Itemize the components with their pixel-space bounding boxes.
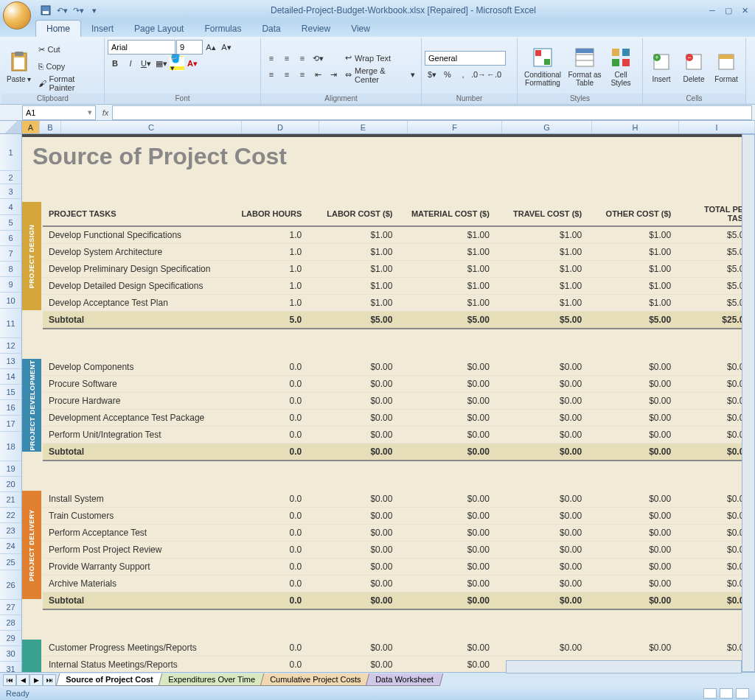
table-row[interactable]: Perform Acceptance Test0.0$0.00$0.00$0.0… (43, 525, 755, 542)
table-row[interactable]: Develop Acceptance Test Plan1.0$1.00$1.0… (43, 295, 755, 312)
value-cell[interactable]: $0.00 (588, 542, 677, 559)
row-header-25[interactable]: 25 (0, 554, 21, 570)
value-cell[interactable]: 0.0 (229, 575, 308, 592)
value-cell[interactable]: $0.00 (307, 525, 398, 542)
value-cell[interactable]: $0.00 (495, 491, 588, 508)
column-header-B[interactable]: B (40, 121, 61, 133)
value-cell[interactable]: $0.00 (495, 525, 588, 542)
value-cell[interactable]: $1.00 (495, 261, 588, 278)
sheet-tab-3[interactable]: Data Worksheet (366, 673, 443, 686)
column-header-G[interactable]: G (502, 121, 592, 133)
value-cell[interactable]: $1.00 (307, 295, 398, 312)
value-cell[interactable]: $0.00 (588, 559, 677, 575)
format-as-table-button[interactable]: Format as Table (566, 40, 603, 93)
minimize-icon[interactable]: ─ (705, 3, 720, 18)
underline-button[interactable]: U▾ (139, 56, 153, 71)
value-cell[interactable]: $0.00 (588, 575, 677, 592)
value-cell[interactable]: $1.00 (398, 261, 495, 278)
wrap-text-button[interactable]: ↩Wrap Text (342, 50, 418, 66)
task-cell[interactable]: Perform Post Project Review (43, 542, 229, 559)
value-cell[interactable]: 0.0 (229, 559, 308, 575)
align-left-icon[interactable]: ≡ (264, 67, 279, 82)
border-button[interactable]: ▦▾ (154, 56, 169, 71)
value-cell[interactable]: 0.0 (229, 508, 308, 525)
task-cell[interactable]: Develop System Architecture (43, 244, 229, 261)
value-cell[interactable]: 1.0 (229, 226, 308, 244)
view-break-icon[interactable] (736, 688, 749, 699)
italic-button[interactable]: I (123, 56, 138, 71)
value-cell[interactable]: $0.00 (398, 525, 495, 542)
task-cell[interactable]: Development Acceptance Test Package (43, 410, 229, 427)
maximize-icon[interactable]: ▢ (721, 3, 736, 18)
value-cell[interactable]: $1.00 (307, 261, 398, 278)
row-header-8[interactable]: 8 (0, 262, 21, 277)
value-cell[interactable]: 1.0 (229, 278, 308, 295)
table-row[interactable]: Train Customers0.0$0.00$0.00$0.00$0.00$0… (43, 508, 755, 525)
table-header[interactable]: LABOR COST ($) (307, 202, 398, 226)
format-painter-button[interactable]: 🖌Format Painter (35, 75, 101, 91)
value-cell[interactable]: $0.00 (398, 508, 495, 525)
value-cell[interactable]: $0.00 (588, 393, 677, 410)
value-cell[interactable]: $1.00 (307, 278, 398, 295)
sheet-tab-0[interactable]: Source of Project Cost (56, 673, 163, 686)
value-cell[interactable]: $0.00 (398, 427, 495, 444)
value-cell[interactable]: $0.00 (588, 525, 677, 542)
vertical-scrollbar[interactable] (742, 134, 755, 672)
view-normal-icon[interactable] (703, 688, 717, 699)
value-cell[interactable]: $0.00 (495, 542, 588, 559)
cut-button[interactable]: ✂Cut (35, 41, 101, 57)
value-cell[interactable]: $0.00 (398, 640, 495, 657)
row-header-21[interactable]: 21 (0, 492, 21, 508)
subtotal-row[interactable]: Subtotal5.0$5.00$5.00$5.00$5.00$25.00 (43, 312, 755, 329)
value-cell[interactable]: $0.00 (398, 542, 495, 559)
value-cell[interactable]: $0.00 (307, 393, 398, 410)
task-cell[interactable]: Develop Acceptance Test Plan (43, 295, 229, 312)
row-header-23[interactable]: 23 (0, 523, 21, 539)
row-header-27[interactable]: 27 (0, 600, 21, 615)
table-row[interactable]: Develop Components0.0$0.00$0.00$0.00$0.0… (43, 359, 755, 376)
value-cell[interactable]: $1.00 (495, 226, 588, 244)
value-cell[interactable]: $0.00 (398, 491, 495, 508)
tab-nav-last-icon[interactable]: ⏭ (43, 674, 56, 686)
sheet-tab-2[interactable]: Cumulative Project Costs (260, 673, 370, 686)
delete-cells-button[interactable]: −Delete (678, 40, 709, 93)
value-cell[interactable]: $1.00 (398, 244, 495, 261)
row-header-14[interactable]: 14 (0, 369, 21, 385)
row-header-16[interactable]: 16 (0, 400, 21, 416)
qat-redo-icon[interactable]: ↷▾ (71, 3, 86, 18)
value-cell[interactable]: $0.00 (588, 410, 677, 427)
table-row[interactable]: Perform Unit/Integration Test0.0$0.00$0.… (43, 427, 755, 444)
value-cell[interactable]: $0.00 (398, 657, 495, 673)
column-header-I[interactable]: I (679, 121, 755, 133)
value-cell[interactable]: $0.00 (495, 376, 588, 393)
row-header-20[interactable]: 20 (0, 477, 21, 492)
value-cell[interactable]: 1.0 (229, 295, 308, 312)
font-name-input[interactable] (108, 40, 175, 55)
task-cell[interactable]: Procure Software (43, 376, 229, 393)
align-top-icon[interactable]: ≡ (264, 51, 279, 66)
value-cell[interactable]: $0.00 (398, 410, 495, 427)
value-cell[interactable]: $0.00 (307, 657, 398, 673)
value-cell[interactable]: $1.00 (398, 295, 495, 312)
select-all-button[interactable] (0, 121, 22, 133)
value-cell[interactable]: $0.00 (495, 508, 588, 525)
value-cell[interactable]: $0.00 (495, 359, 588, 376)
align-bottom-icon[interactable]: ≡ (295, 51, 310, 66)
value-cell[interactable]: $0.00 (307, 410, 398, 427)
value-cell[interactable]: $0.00 (398, 575, 495, 592)
align-center-icon[interactable]: ≡ (279, 67, 294, 82)
row-header-30[interactable]: 30 (0, 646, 21, 662)
ribbon-tab-formulas[interactable]: Formulas (194, 21, 251, 37)
ribbon-tab-insert[interactable]: Insert (81, 21, 124, 37)
row-header-2[interactable]: 2 (0, 171, 21, 184)
value-cell[interactable]: 1.0 (229, 244, 308, 261)
table-row[interactable]: Customer Progress Meetings/Reports0.0$0.… (43, 640, 755, 657)
qat-save-icon[interactable] (38, 3, 53, 18)
task-cell[interactable]: Train Customers (43, 508, 229, 525)
percent-button[interactable]: % (440, 67, 455, 82)
table-row[interactable]: Develop Detailed Design Specifications1.… (43, 278, 755, 295)
value-cell[interactable]: $0.00 (588, 427, 677, 444)
value-cell[interactable]: $0.00 (307, 491, 398, 508)
align-right-icon[interactable]: ≡ (295, 67, 310, 82)
task-cell[interactable]: Archive Materials (43, 575, 229, 592)
